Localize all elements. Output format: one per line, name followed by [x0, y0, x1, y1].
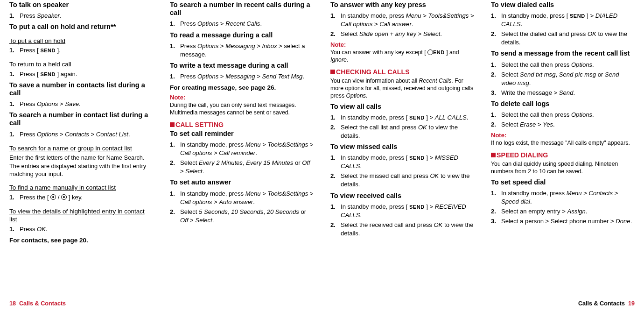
heading-auto-answer: To set auto answer: [170, 178, 314, 186]
send-icon: SEND: [40, 48, 56, 53]
step: 1.Select the call then press Options.: [491, 61, 635, 69]
body-text: Enter the first letters of the name for …: [9, 154, 153, 178]
heading-read-msg: To read a message during a call: [170, 31, 314, 39]
subheading-return-held: To return to a held call: [9, 60, 71, 69]
subheading-put-hold: To put a call on hold: [9, 37, 65, 45]
step: 1.Press Options > Messaging > Inbox > se…: [170, 42, 314, 59]
page-number: 18: [9, 300, 16, 307]
nav-down-icon: [61, 194, 67, 200]
note-label: Note:: [330, 41, 474, 49]
step: 1.Press the [ / ] key.: [9, 193, 153, 202]
heading-set-speed-dial: To set speed dial: [491, 178, 635, 186]
step: 2.Select the call list and press OK to v…: [330, 123, 474, 140]
step: 1.Press Speaker.: [9, 12, 153, 20]
column-3: To answer with any key press 1.In standb…: [330, 0, 474, 299]
footer-left: 18 Calls & Contacts: [9, 300, 66, 308]
square-icon: [170, 122, 175, 127]
heading-save-number: To save a number in contacts list during…: [9, 81, 153, 97]
footer-right: Calls & Contacts 19: [578, 300, 635, 308]
step: 2.Select the received call and press OK …: [330, 221, 474, 238]
column-2: To search a number in recent calls durin…: [170, 0, 314, 299]
heading-view-missed: To view missed calls: [330, 143, 474, 151]
heading-search-recent: To search a number in recent calls durin…: [170, 1, 314, 17]
manual-spread: To talk on speaker 1.Press Speaker. To p…: [0, 0, 644, 299]
square-icon: [330, 70, 335, 74]
send-icon: SEND: [409, 155, 425, 161]
step: 1.In standby mode, press [ SEND ] > DIAL…: [491, 12, 635, 28]
step: 2.Select Every 2 Minutes, Every 15 Minut…: [170, 159, 314, 176]
step: 1.Press Options > Contacts > Contact Lis…: [9, 130, 153, 139]
body-text: You can view information about all Recen…: [330, 78, 474, 100]
send-icon: SEND: [409, 115, 425, 120]
step: 1.In standby mode, press [ SEND ] > ALL …: [330, 113, 474, 122]
square-icon: [491, 153, 496, 157]
step: 2.Select an empty entry > Assign.: [491, 207, 635, 216]
note-text: During the call, you can only send text …: [170, 102, 314, 117]
power-icon: [427, 49, 433, 55]
step: 1.Press [ SEND ] again.: [9, 70, 153, 78]
subheading-find-manual: To find a name manually in contact list: [9, 184, 116, 192]
step: 1.Press Options > Recent Calls.: [170, 20, 314, 28]
heading-talk-speaker: To talk on speaker: [9, 1, 153, 9]
step: 1.Press [ SEND ].: [9, 46, 153, 55]
step: 2.Select 5 Seconds, 10 Seconds, 20 Secon…: [170, 208, 314, 225]
heading-delete-logs: To delete call logs: [491, 100, 635, 108]
section-title: Calls & Contacts: [578, 300, 625, 307]
heading-write-msg: To write a text message during a call: [170, 62, 314, 70]
heading-search-contact: To search a number in contact list durin…: [9, 111, 153, 127]
nav-up-icon: [50, 194, 56, 200]
cross-ref: For creating message, see page 26.: [170, 84, 314, 92]
subheading-search-name-group: To search for a name or group in contact…: [9, 144, 132, 153]
cross-ref: For contacts, see page 20.: [9, 236, 153, 245]
body-text: You can dial quickly using speed dialing…: [491, 161, 635, 176]
send-icon: SEND: [570, 13, 585, 19]
step: 1.Press Options > Messaging > Send Text …: [170, 72, 314, 81]
page-number: 19: [628, 300, 635, 307]
column-1: To talk on speaker 1.Press Speaker. To p…: [9, 0, 153, 299]
send-icon: SEND: [40, 71, 56, 77]
step: 3.Write the message > Send.: [491, 89, 635, 97]
section-call-setting: CALL SETTING: [170, 120, 314, 129]
step: 3.Select a person > Select phone number …: [491, 217, 635, 226]
heading-reminder: To set call reminder: [170, 130, 314, 138]
heading-send-msg-recent: To send a message from the recent call l…: [491, 49, 635, 57]
step: 1.In standby mode, press [ SEND ] > RECE…: [330, 203, 474, 219]
step: 1.Press Options > Save.: [9, 100, 153, 108]
step: 1.In standby mode, press Menu > Tools&Se…: [330, 12, 474, 28]
column-4: To view dialed calls 1.In standby mode, …: [491, 0, 635, 299]
step: 1.Press OK.: [9, 225, 153, 233]
step: 1.In standby mode, press [ SEND ] > MISS…: [330, 154, 474, 170]
step: 2.Select the missed call and press OK to…: [330, 172, 474, 189]
subheading-view-details: To view the details of highlighted entry…: [9, 207, 153, 224]
heading-view-all: To view all calls: [330, 103, 474, 111]
step: 2.Select the dialed call and press OK to…: [491, 30, 635, 47]
step: 2.Select Erase > Yes.: [491, 120, 635, 129]
section-speed-dialing: SPEED DIALING: [491, 151, 635, 159]
heading-view-dialed: To view dialed calls: [491, 1, 635, 9]
note-text: If no logs exist, the message "All calls…: [491, 140, 635, 147]
send-icon: SEND: [409, 204, 425, 210]
step: 1.In standby mode, press Menu > Tools&Se…: [170, 190, 314, 206]
step: 1.In standby mode, press Menu > Tools&Se…: [170, 141, 314, 157]
step: 2.Select Slide open + any key > Select.: [330, 30, 474, 38]
end-icon: END: [433, 49, 445, 55]
heading-any-key: To answer with any key press: [330, 1, 474, 9]
heading-hold-return: To put a call on hold and return**: [9, 23, 153, 31]
step: 1.In standby mode, press Menu > Contacts…: [491, 189, 635, 206]
heading-view-received: To view received calls: [330, 192, 474, 200]
step: 1.Select the call then press Options.: [491, 111, 635, 119]
section-title: Calls & Contacts: [19, 300, 66, 307]
note-text: You can answer with any key except [ END…: [330, 49, 474, 64]
section-checking-calls: CHECKING ALL CALLS: [330, 68, 474, 76]
footer: 18 Calls & Contacts Calls & Contacts 19: [0, 300, 644, 308]
step: 2.Select Send txt msg, Send pic msg or S…: [491, 71, 635, 87]
note-label: Note:: [170, 94, 314, 102]
note-label: Note:: [491, 132, 635, 140]
